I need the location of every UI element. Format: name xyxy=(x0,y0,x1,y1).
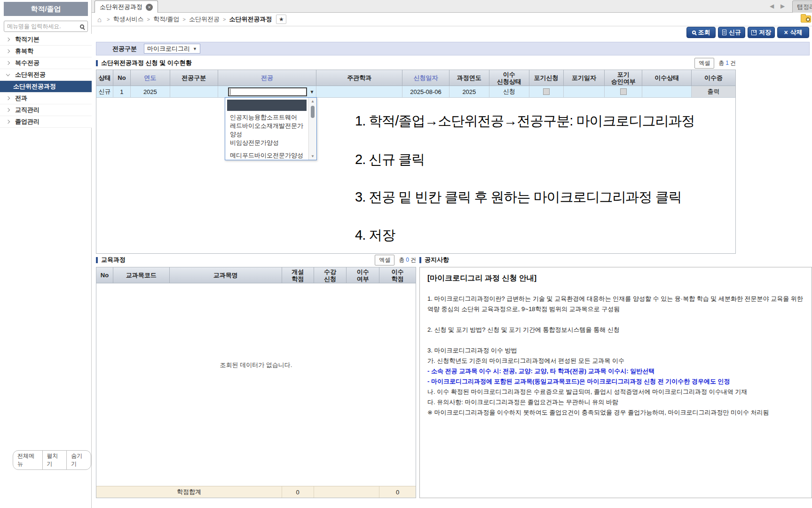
instruction-step-4: 4. 저장 xyxy=(355,226,395,245)
total-count: 총1건 xyxy=(718,59,736,67)
delete-button[interactable]: 삭제 xyxy=(777,27,809,38)
dropdown-option[interactable]: 메디푸드바이오전문가양성 xyxy=(227,149,307,162)
folder-search-icon[interactable] xyxy=(801,16,811,23)
save-button[interactable]: 저장 xyxy=(748,27,775,38)
col-enrolled[interactable]: 수강신청 xyxy=(314,267,347,283)
dropdown-option[interactable]: 레드바이오소재개발전문가양성 xyxy=(227,124,307,136)
notice-section-title: 공지사항 xyxy=(425,256,449,264)
curriculum-table: No 교과목코드 교과목명 개설학점 수강신청 이수여부 이수학점 조회된 데이… xyxy=(96,267,416,498)
notice-line: - 마이크로디그리과정에 포함된 교과목(동일교과목코드)은 마이크로디그리과정… xyxy=(427,376,804,387)
col-apply-date[interactable]: 신청일자 xyxy=(402,70,449,86)
sidebar-item-hakjeok-basic[interactable]: 학적기본 xyxy=(0,34,92,46)
dropdown-scrollbar[interactable] xyxy=(308,98,316,160)
notice-section-header: 공지사항 xyxy=(419,255,607,265)
cell-apply-date: 2025-08-06 xyxy=(402,86,449,97)
menu-search-input[interactable] xyxy=(4,23,80,30)
collapse-button[interactable]: 숨기기 xyxy=(66,450,91,470)
breadcrumb-student-service[interactable]: 학생서비스 xyxy=(113,15,144,23)
sidebar: 학적/졸업 학적기본 휴복학 복수전공 소단위전공 소단위전공과정 전과 교직관… xyxy=(0,0,92,508)
chevron-right-icon xyxy=(6,61,10,65)
curriculum-section-title: 교육과정 xyxy=(101,256,126,264)
sidebar-item-hyubokhak[interactable]: 휴복학 xyxy=(0,46,92,57)
col-year[interactable]: 연도 xyxy=(131,70,170,86)
breadcrumb-current: 소단위전공과정 xyxy=(229,15,272,23)
sidebar-item-graduation[interactable]: 졸업관리 xyxy=(0,116,92,128)
sidebar-footer-buttons: 전체메뉴 펼치기 숨기기 xyxy=(13,450,91,470)
col-no[interactable]: No xyxy=(113,70,131,86)
breadcrumb-micro-major[interactable]: 소단위전공 xyxy=(189,15,220,23)
apply-section-title: 소단위전공과정 신청 및 이수현황 xyxy=(101,59,192,67)
chevron-right-icon xyxy=(6,108,10,112)
sidebar-item-jeonkwa[interactable]: 전과 xyxy=(0,93,92,104)
col-status[interactable]: 상태 xyxy=(96,70,113,86)
print-certificate-button[interactable]: 출력 xyxy=(692,86,735,97)
cell-year: 2025 xyxy=(131,86,170,97)
col-certificate[interactable]: 이수증 xyxy=(692,70,735,86)
sidebar-item-micro-major-course[interactable]: 소단위전공과정 xyxy=(0,81,92,93)
earned-credits-total: 0 xyxy=(379,486,416,498)
search-icon[interactable] xyxy=(80,24,84,29)
cell-course-year: 2025 xyxy=(449,86,489,97)
col-completed[interactable]: 이수여부 xyxy=(347,267,379,283)
col-course-code[interactable]: 교과목코드 xyxy=(113,267,170,283)
dropdown-option-empty[interactable] xyxy=(227,100,307,111)
menu-search-box[interactable] xyxy=(4,21,88,32)
breadcrumb-separator xyxy=(107,16,110,22)
notice-line: ※ 마이크로디그리과정을 이수하지 못하여도 졸업요건이 충족되었을 경우 졸업… xyxy=(427,407,804,418)
scroll-up-arrow-icon[interactable] xyxy=(309,99,316,103)
major-dropdown-list: 인공지능융합소프트웨어 레드바이오소재개발전문가양성 비임상전문가양성 메디푸드… xyxy=(225,98,308,160)
col-course-year[interactable]: 과정연도 xyxy=(449,70,489,86)
excel-export-button[interactable]: 엑셀 xyxy=(375,255,394,266)
col-giveup-approve[interactable]: 포기승인여부 xyxy=(605,70,642,86)
breadcrumb-hakjeok[interactable]: 학적/졸업 xyxy=(153,15,180,23)
filter-bar: 전공구분 마이크로디그리 xyxy=(96,42,810,55)
col-course-name[interactable]: 교과목명 xyxy=(170,267,282,283)
col-open-credits[interactable]: 개설학점 xyxy=(282,267,314,283)
notice-line: 3. 마이크로디그리과정 이수 방법 xyxy=(427,345,804,356)
notice-line: - 소속 전공 교과목 이수 시: 전공, 교양: 교양, 타 학과(전공) 교… xyxy=(427,366,804,376)
col-major-type[interactable]: 전공구분 xyxy=(170,70,218,86)
col-complete-state[interactable]: 이수상태 xyxy=(642,70,692,86)
scroll-down-arrow-icon[interactable] xyxy=(309,154,316,158)
tab-next-arrow-icon[interactable] xyxy=(780,3,785,9)
credit-total-label: 학점합계 xyxy=(96,486,282,498)
notice-heading: [마이크로디그리 과정 신청 안내] xyxy=(427,274,804,283)
giveup-approve-checkbox[interactable] xyxy=(620,88,627,95)
notice-line: 가. 신청학년도 기준의 마이크로디그리과정에서 편성된 모든 교과목 이수 xyxy=(427,356,804,366)
sidebar-item-gyojik[interactable]: 교직관리 xyxy=(0,104,92,116)
sidebar-item-double-major[interactable]: 복수전공 xyxy=(0,57,92,69)
table-row[interactable]: 신규 1 2025 2025-08-06 2025 신청 출력 xyxy=(96,86,735,98)
major-type-select[interactable]: 마이크로디그리 xyxy=(144,44,200,54)
major-input[interactable] xyxy=(228,87,307,96)
giveup-checkbox[interactable] xyxy=(543,88,550,95)
col-major[interactable]: 전공 xyxy=(218,70,317,86)
tab-micro-major-course[interactable]: 소단위전공과정 xyxy=(95,0,158,13)
dropdown-arrow-icon[interactable] xyxy=(309,89,314,94)
footer-spacer xyxy=(314,486,380,498)
tab-close-icon[interactable] xyxy=(146,4,153,11)
document-icon xyxy=(722,30,726,35)
col-giveup-date[interactable]: 포기일자 xyxy=(564,70,605,86)
tab-prev-arrow-icon[interactable] xyxy=(770,3,774,9)
home-icon[interactable] xyxy=(97,16,102,23)
favorite-star-icon[interactable] xyxy=(276,15,286,24)
chevron-down-icon xyxy=(6,72,10,76)
chevron-right-icon xyxy=(6,96,10,100)
sidebar-item-micro-major[interactable]: 소단위전공 xyxy=(0,69,92,81)
col-no[interactable]: No xyxy=(96,267,113,283)
apply-section-header: 소단위전공과정 신청 및 이수현황 엑셀 총1건 xyxy=(96,58,736,68)
tab-cleanup-button[interactable]: 탭정리 xyxy=(792,0,812,13)
query-button[interactable]: 조회 xyxy=(686,27,716,38)
major-type-label: 전공구분 xyxy=(112,45,137,53)
col-dept[interactable]: 주관학과 xyxy=(316,70,402,86)
new-button[interactable]: 신규 xyxy=(718,27,745,38)
cell-complete-state xyxy=(642,86,692,97)
col-giveup[interactable]: 포기신청 xyxy=(529,70,564,86)
section-marker xyxy=(419,257,421,263)
col-earned-credits[interactable]: 이수학점 xyxy=(379,267,416,283)
scrollbar-thumb[interactable] xyxy=(311,106,315,118)
expand-button[interactable]: 펼치기 xyxy=(42,450,67,470)
excel-export-button[interactable]: 엑셀 xyxy=(694,58,714,69)
full-menu-button[interactable]: 전체메뉴 xyxy=(13,450,43,470)
col-apply-state[interactable]: 이수신청상태 xyxy=(489,70,529,86)
